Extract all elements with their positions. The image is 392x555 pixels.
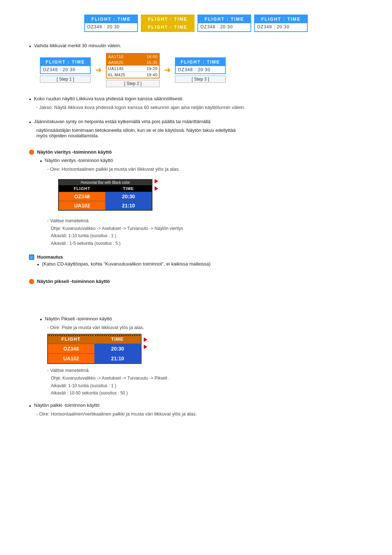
section1-sub1: - Oire: Horisontaalinen palkki ja musta …: [47, 166, 363, 172]
scroll-r1c1: OZ348: [59, 192, 105, 201]
section2-sub-ohje: Ohje: Kuvaruutuvalikko -> Asetukset -> T…: [51, 374, 363, 382]
step1-container: FLIGHT : TIME OZ348 : 20:30 [ Step 1 ]: [40, 57, 91, 83]
card-1: FLIGHT : TIME OZ348 : 20:30: [84, 15, 138, 32]
section3-sub: - Oire: Horisontaalinen/vertikaalinen pa…: [36, 411, 363, 417]
section2-bullet-text: Näytön Pikseli -toiminnon käyttö: [45, 316, 112, 321]
cards-row-top: FLIGHT : TIME OZ348 : 20:30 FLIGHT : TIM…: [29, 15, 363, 32]
pixel-demo: FLIGHT TIME OZ348 20:30 UA102 21:10: [47, 334, 142, 364]
section1-content: • Näytön vieritys -toiminnon käyttö - Oi…: [40, 158, 363, 247]
bullet-item-3: • Jäännöskuvan synty on helpointa estää …: [29, 119, 363, 125]
step3-label: [ Step 3 ]: [175, 76, 226, 83]
pixel-row1: OZ348 20:30: [48, 344, 141, 353]
pixel-demo-outer: FLIGHT TIME OZ348 20:30 UA102 21:10: [47, 334, 147, 364]
pixel-header-row: FLIGHT TIME: [48, 335, 141, 344]
note-title: Huomautus: [37, 254, 63, 260]
bullet-dot-3: •: [29, 119, 31, 125]
step-diagram: FLIGHT : TIME OZ348 : 20:30 [ Step 1 ] ➜…: [40, 53, 363, 87]
pixel-col2-header: TIME: [94, 335, 141, 344]
section1-title: Näytön vieritys -toiminnon käyttö: [37, 149, 112, 155]
scroll-demo-wrapper: Horizontal Bar with Black color FLIGHT T…: [47, 175, 363, 214]
bullet-item-1: • Vaihda liikkuvat merkit 30 minuutin vä…: [29, 43, 363, 49]
pixel-side-arrows: [144, 337, 147, 349]
card-2-body: FLIGHT : TIME: [142, 23, 194, 31]
step2-d1-right: 19:20: [147, 66, 158, 71]
bullet-text-3: Jäännöskuvan synty on helpointa estää ky…: [34, 119, 211, 124]
demo-wrapper: Horizontal Bar with Black color FLIGHT T…: [47, 175, 158, 214]
step3-card: FLIGHT : TIME OZ348 : 20:30: [175, 57, 226, 74]
step1-body: OZ348 : 20:30: [41, 66, 90, 73]
section1-sub-method: - Valitse menetelmä: [47, 218, 363, 223]
step2-row-d1: UA1145 19:20: [107, 65, 159, 72]
bullet3-sub1: näytönsäästäjän toimimaan tietokoneella …: [36, 127, 363, 133]
pixel-col1-header: FLIGHT: [48, 335, 94, 344]
card-1-body: OZ348 : 20:30: [85, 23, 137, 31]
note-content: Huomautus • (Katso CD-käyttöopas, kohta …: [37, 254, 211, 270]
step2-label: [ Step 2 ]: [106, 80, 160, 87]
step3-container: FLIGHT : TIME OZ348 : 20:30 [ Step 3 ]: [175, 57, 226, 83]
section2-bullet1: • Näytön Pikseli -toiminnon käyttö: [40, 316, 363, 323]
section2-sub1: - Oire: Piste ja musta väri liikkuvat yl…: [47, 325, 363, 330]
arrow-up: [155, 179, 158, 183]
card-3-header: FLIGHT : TIME: [198, 15, 250, 23]
card-2-header: FLIGHT : TIME: [142, 15, 194, 23]
scroll-r2c1: UA102: [59, 201, 105, 210]
section2-sub-aika2: Aikaväli : 10-50 sekuntia (suositus : 50…: [51, 389, 363, 397]
note-text: (Katso CD-käyttöopas, kohta "Kuvaruutuva…: [42, 261, 211, 267]
scroll-r1c2: 20:30: [105, 192, 152, 201]
step1-label: [ Step 1 ]: [40, 76, 91, 83]
step2-h2-left: AA0025: [108, 60, 123, 65]
note-checkbox-icon: ✓: [29, 255, 34, 260]
section2-sub-method: - Valitse menetelmä: [47, 368, 363, 373]
section3-bullet-text: Näytön palkki -toiminnon käyttö: [34, 402, 100, 408]
step1-header: FLIGHT : TIME: [41, 58, 90, 66]
scroll-r2c2: 21:10: [105, 201, 152, 210]
pixel-arrow-up: [144, 337, 147, 342]
scroll-demo-header: FLIGHT TIME: [59, 185, 152, 192]
section-bullet1: • Vaihda liikkuvat merkit 30 minuutin vä…: [29, 43, 363, 87]
arrow-1: ➜: [95, 65, 102, 75]
section-bullet2: • Koko ruudun näyttö Liikkuva kuva yhdes…: [29, 96, 363, 110]
step2-d1-left: UA1145: [108, 66, 124, 71]
pixel-r1c2: 20:30: [94, 344, 141, 353]
scroll-demo-label: Horizontal Bar with Black color: [59, 180, 152, 185]
step1-card: FLIGHT : TIME OZ348 : 20:30: [40, 57, 91, 74]
step2-h1-right: 16:00: [147, 54, 158, 59]
scroll-col2-header: TIME: [105, 185, 152, 192]
card-1-header: FLIGHT : TIME: [85, 15, 137, 23]
section1-bullet1: • Näytön vieritys -toiminnon käyttö: [40, 158, 363, 164]
section-bullet3: • Jäännöskuvan synty on helpointa estää …: [29, 119, 363, 138]
bullet-dot-1: •: [29, 44, 31, 49]
pixel-arrow-down: [144, 345, 147, 349]
card-2: FLIGHT : TIME FLIGHT : TIME: [141, 15, 195, 32]
section1-icon: [29, 150, 34, 155]
card-3-body: OZ348 : 20:30: [198, 23, 250, 31]
section1-sub-aika2: Aikaväli : 1-5 sekuntia (suositus : 5 ): [51, 240, 363, 247]
scroll-row1: OZ348 20:30: [59, 192, 152, 201]
card-4-body: OZ348 : 20:30: [255, 23, 307, 31]
arrow-2: ➜: [164, 65, 171, 75]
pixel-row2: UA102 21:10: [48, 353, 141, 363]
section2-sub-aika1: Aikaväli: 1-10 tuntia (suositus : 1 ): [51, 382, 363, 389]
section1-sub-aika1: Aikaväli: 1-10 tuntia (suositus : 1 ): [51, 232, 363, 239]
pixel-r1c1: OZ348: [48, 344, 94, 353]
section3-bullet-dot: •: [29, 403, 31, 409]
step2-row-h2: AA0025 15:35: [107, 60, 159, 65]
section1-bullet-text: Näytön vieritys -toiminnon käyttö: [45, 158, 113, 163]
bullet-text-2: Koko ruudun näyttö Liikkuva kuva yhdessä…: [34, 96, 184, 101]
section1-bullet-dot: •: [40, 158, 42, 164]
section2-header: Näytön pikseli -toiminnon käyttö: [29, 279, 363, 284]
bullet3-sub2: myös ohjeiden noudattamista.: [36, 133, 363, 138]
scroll-row2: UA102 21:10: [59, 201, 152, 210]
note-bullet-dot: •: [37, 262, 39, 268]
section1-header: Näytön vieritys -toiminnon käyttö: [29, 149, 363, 155]
scroll-col1-header: FLIGHT: [59, 185, 105, 192]
step2-row-d2: KL M425 19:40: [107, 72, 159, 78]
bullet2-sub: - Jakso: Näytä liikkuva kuva yhdessä log…: [36, 105, 363, 110]
bullet-dot-2: •: [29, 97, 31, 102]
step3-body: OZ348 : 20:30: [176, 66, 225, 73]
card-4-header: FLIGHT : TIME: [255, 15, 307, 23]
step2-display: AA1710 16:00 AA0025 15:35 UA1145 19:20 K…: [106, 53, 160, 78]
section2-content: • Näytön Pikseli -toiminnon käyttö - Oir…: [40, 316, 363, 397]
arrow-down: [155, 186, 158, 191]
bullet-text-1: Vaihda liikkuvat merkit 30 minuutin väle…: [34, 43, 121, 48]
